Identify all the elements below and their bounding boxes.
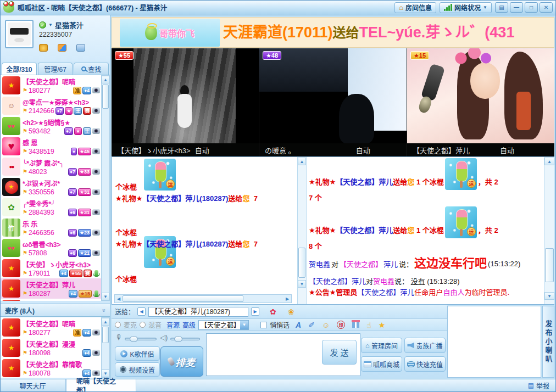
- user-row[interactable]: ★ 【天使】ゝ小虎牙<h3> ⚑179011 ♦4★55赛: [1, 258, 110, 278]
- minimize-button[interactable]: —: [510, 2, 523, 13]
- scroll-thumb[interactable]: [545, 248, 554, 282]
- star-icon[interactable]: ★: [379, 321, 386, 329]
- feedback-button[interactable]: ▤: [495, 2, 508, 13]
- brush-icon[interactable]: ✐: [308, 321, 315, 329]
- video-settings-button[interactable]: 视频设置: [115, 362, 160, 377]
- whisper-checkbox[interactable]: [260, 322, 267, 328]
- user-row[interactable]: ●● ╰*ぷ梦 霞ぷ*╮ ⚑48023 ♦7★33: [1, 156, 110, 177]
- noble-broadcast-button[interactable]: 贵族广播: [404, 338, 446, 353]
- emoticon-icon[interactable]: ☺: [322, 321, 330, 329]
- video-strip: ★55 【天使】ゝ小虎牙<h3> 自动 ★48 の暖意 。 自动: [112, 48, 554, 156]
- chat-column-right[interactable]: ★礼物★【天使之都】萍儿送给您 1 个冰棍 运 ，共 2 7 个 ★礼物★【天使…: [307, 157, 544, 304]
- user-row[interactable]: ♥♥ <h2>★§絕情§★ ⚑593482 ♦7★王: [1, 116, 110, 136]
- network-status-button[interactable]: 网络状况 ▼: [440, 2, 492, 13]
- slider-thumb[interactable]: [174, 336, 182, 342]
- mic-queue-row[interactable]: ★ 【天使之都】漫漫 ⚑180098 ♦4: [1, 338, 110, 358]
- diamond-badge: ♦7: [64, 127, 73, 135]
- scroll-thumb[interactable]: [123, 295, 243, 302]
- flower-basket-icon[interactable]: ❀: [288, 307, 294, 316]
- tab-find[interactable]: 查找: [74, 63, 109, 75]
- font-icon[interactable]: A: [296, 321, 301, 329]
- maximize-button[interactable]: □: [525, 2, 538, 13]
- publish-horn-button[interactable]: 发布小喇叭: [542, 306, 554, 378]
- room-select-dropdown[interactable]: 【天使之都】▼: [198, 320, 249, 330]
- speaker-volume-slider[interactable]: [170, 338, 200, 340]
- user-row[interactable]: *ぷ银★河ぷ* ⚑3350556 ♦7★31: [1, 177, 110, 197]
- chat-right-vscrollbar[interactable]: ▲ ▼: [544, 157, 554, 304]
- scroll-down-arrow[interactable]: ▼: [102, 293, 109, 300]
- scroll-up-arrow[interactable]: ▲: [298, 158, 306, 165]
- room-info-button[interactable]: ⌂ 房间信息: [394, 2, 436, 13]
- prev-target-button[interactable]: ◀: [137, 307, 146, 316]
- stamp-icon[interactable]: 印: [337, 321, 345, 329]
- flag-icon: ⚑: [23, 169, 27, 175]
- video-feed-1[interactable]: ★55 【天使】ゝ小虎牙<h3> 自动: [112, 48, 259, 156]
- gift-icon[interactable]: [352, 322, 359, 328]
- video-feed-2[interactable]: ★48 の暖意 。 自动: [259, 48, 407, 156]
- props-icon[interactable]: [58, 44, 66, 52]
- slider-thumb[interactable]: [130, 336, 138, 342]
- scroll-up-arrow[interactable]: ▲: [102, 76, 109, 83]
- video-feed-3[interactable]: ★15 【天使之都】萍儿 自动: [407, 48, 554, 156]
- manage-room-button[interactable]: ⌂管理房间: [361, 338, 402, 353]
- diamond-badge: ♦4: [82, 349, 91, 357]
- mic-queue-header[interactable]: 麦序 (8人) «: [1, 304, 110, 317]
- user-row[interactable]: ♥♥ ωŏ看看<h3> ⚑57808 ♦6★21: [1, 238, 110, 258]
- scroll-down-arrow[interactable]: ▼: [544, 292, 554, 300]
- scroll-left-arrow[interactable]: ◀: [115, 296, 123, 301]
- card-icon[interactable]: [76, 44, 85, 52]
- scroll-thumb[interactable]: [298, 248, 305, 278]
- mic-queue-scrollbar[interactable]: ▲ ▼: [101, 317, 110, 378]
- popsicle-gift-image: 运: [144, 159, 176, 191]
- hand-icon[interactable]: ☝: [366, 321, 371, 329]
- user-list-scrollbar[interactable]: ▲ ▼: [101, 75, 110, 301]
- house-badge: 准: [73, 329, 81, 337]
- scroll-up-arrow[interactable]: ▲: [544, 158, 554, 165]
- scroll-down-arrow[interactable]: ▼: [298, 280, 306, 288]
- rose-gift-icon[interactable]: ✿: [270, 307, 276, 316]
- mic-volume-slider[interactable]: [125, 338, 157, 340]
- diamond-badge: ♦6: [68, 249, 77, 257]
- user-row-selected[interactable]: ★ 【天使之都】萍儿 ⚑180287 ♦4★15: [1, 278, 110, 299]
- purse-icon[interactable]: [39, 44, 48, 52]
- user-row[interactable]: ★ 【天使之都】漫漫 ⚑180098 ♦4: [1, 299, 110, 301]
- online-status-icon[interactable]: ✓: [39, 21, 46, 29]
- user-row[interactable]: 竹 乐 乐 ⚑2466356 ♦6★23: [1, 217, 110, 238]
- mic-queue-row[interactable]: ★ 【天使之都】靠情歌 ⚑180078 ♦4: [1, 358, 110, 378]
- avatar[interactable]: [5, 20, 34, 48]
- tab-all-members[interactable]: 全部/310: [2, 63, 37, 75]
- close-button[interactable]: ✕: [540, 2, 553, 13]
- scroll-thumb[interactable]: [102, 327, 109, 343]
- webcam-icon: [92, 148, 100, 154]
- chat-column-left[interactable]: 运 个冰棍 ★礼物★【天使之都】萍儿(180287)送给您 7 运 个冰棍 ★礼…: [112, 157, 297, 304]
- send-button[interactable]: 发 送: [322, 340, 357, 365]
- next-target-button[interactable]: ▶: [251, 307, 259, 316]
- star-badge: ★15: [79, 290, 92, 298]
- mix-radio[interactable]: [140, 322, 146, 328]
- collapse-icon[interactable]: «: [101, 309, 107, 312]
- user-row[interactable]: ✿ ╭*雯※秀*╯ ⚑2884393 ♦6★31: [1, 197, 110, 217]
- audio-source-link[interactable]: 音源: [166, 320, 180, 329]
- chat-left-vscrollbar[interactable]: ▲ ▼: [297, 157, 307, 304]
- user-row[interactable]: ☺ @零点一★孬孬★<h3> ⚑2142666 ♦7★王赛: [1, 96, 110, 116]
- mall-button[interactable]: 呱呱商城: [361, 356, 402, 372]
- webcam-icon: [92, 108, 100, 114]
- user-row[interactable]: 感 恩 ⚑3438519 ♦★45: [1, 136, 110, 156]
- scroll-thumb[interactable]: [102, 85, 109, 109]
- user-row[interactable]: ★ 【天使之都】呢喃 ⚑180277 准♦4: [1, 75, 110, 96]
- scroll-right-arrow[interactable]: ▶: [283, 296, 291, 301]
- report-button[interactable]: ▤ 举报: [521, 379, 556, 391]
- send-to-field[interactable]: 【天使之都】萍儿(180287): [148, 307, 248, 317]
- ksong-button[interactable]: ▶K歌伴侣: [115, 346, 160, 361]
- advanced-link[interactable]: 高级: [182, 320, 196, 329]
- mic-radio[interactable]: [115, 322, 121, 328]
- tab-current-room[interactable]: 呢喃【天使之都】: [66, 379, 136, 391]
- queue-mic-button[interactable]: 排麦: [160, 346, 203, 377]
- tab-lobby[interactable]: 聊天大厅: [0, 379, 66, 391]
- mic-queue-row[interactable]: ★ 【天使之都】呢喃 ⚑180277 准♦4: [1, 317, 110, 338]
- scroll-up-arrow[interactable]: ▲: [102, 318, 109, 326]
- tab-managers[interactable]: 管理/67: [38, 63, 73, 75]
- recharge-button[interactable]: 快速充值: [404, 356, 446, 372]
- status-dropdown-icon[interactable]: ▼: [48, 23, 53, 27]
- chat-left-hscrollbar[interactable]: ◀ ▶: [114, 294, 292, 303]
